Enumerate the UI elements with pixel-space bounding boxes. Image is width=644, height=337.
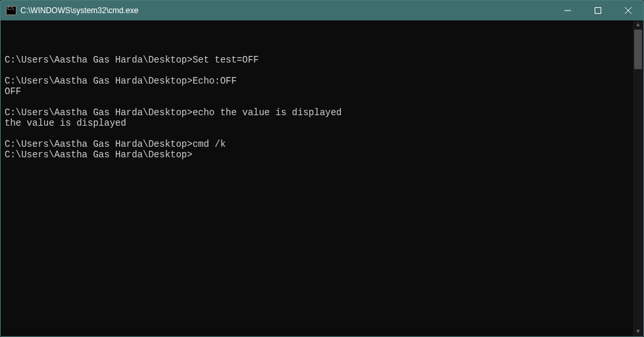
prompt-line: C:\Users\Aastha Gas Harda\Desktop>cmd /k — [5, 139, 643, 149]
output-line: the value is displayed — [5, 118, 643, 128]
terminal-output[interactable]: C:\Users\Aastha Gas Harda\Desktop>Set te… — [1, 20, 643, 336]
scrollbar-thumb[interactable] — [634, 30, 642, 69]
close-button[interactable] — [613, 1, 643, 20]
titlebar[interactable]: C:\WINDOWS\system32\cmd.exe — [1, 1, 643, 20]
svg-rect-0 — [595, 8, 601, 14]
scrollbar[interactable]: ▲ ▼ — [633, 20, 643, 336]
window-title: C:\WINDOWS\system32\cmd.exe — [20, 6, 553, 15]
scroll-up-icon[interactable]: ▲ — [633, 20, 643, 30]
maximize-button[interactable] — [583, 1, 613, 20]
minimize-button[interactable] — [553, 1, 583, 20]
cmd-icon — [6, 5, 16, 16]
window-controls — [553, 1, 643, 20]
output-line: OFF — [5, 86, 643, 97]
scroll-down-icon[interactable]: ▼ — [633, 327, 643, 336]
prompt-line: C:\Users\Aastha Gas Harda\Desktop>Echo:O… — [5, 76, 643, 86]
prompt-line: C:\Users\Aastha Gas Harda\Desktop>Set te… — [5, 55, 643, 65]
current-prompt[interactable]: C:\Users\Aastha Gas Harda\Desktop> — [5, 149, 643, 160]
prompt-line: C:\Users\Aastha Gas Harda\Desktop>echo t… — [5, 107, 643, 118]
